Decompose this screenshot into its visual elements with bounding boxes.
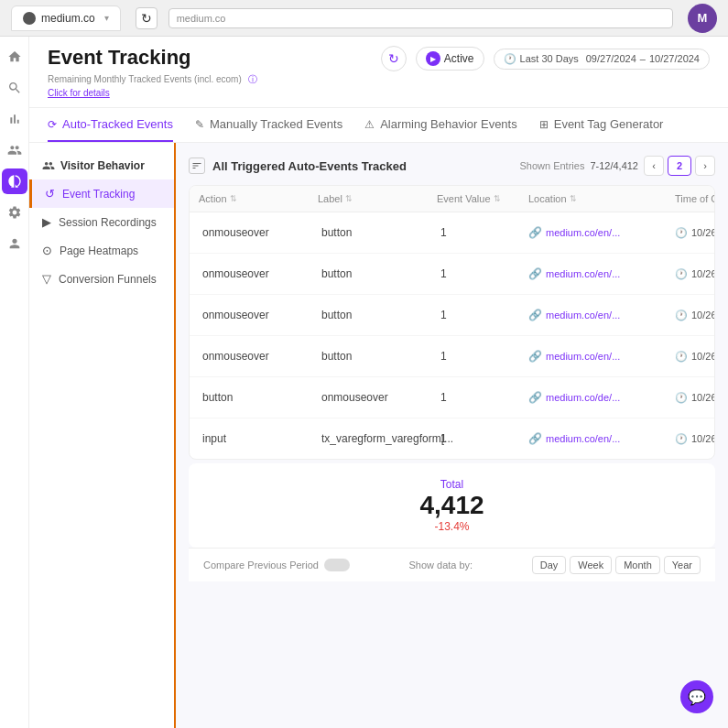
col-event-value: Event Value ⇅ [437,193,528,204]
tab-favicon-icon [23,12,36,25]
app-wrapper: Event Tracking Remaining Monthly Tracked… [0,37,728,728]
row1-location: 🔗 medium.co/en/... [528,226,675,239]
conversion-funnels-icon: ▽ [42,272,51,286]
date-to: 10/27/2024 [649,53,700,64]
sort-location-icon[interactable]: ⇅ [570,194,577,203]
tab-auto-tracked-label: Auto-Tracked Events [62,117,173,131]
panel-title-text: All Triggered Auto-Events Tracked [212,159,407,173]
location-link-icon-2: 🔗 [528,267,542,280]
clock-icon-1: 🕐 [675,227,688,239]
sidebar-home-icon[interactable] [2,44,27,70]
week-button[interactable]: Week [570,556,612,574]
tab-auto-tracked[interactable]: ⟳ Auto-Tracked Events [48,108,173,142]
prev-page-button[interactable]: ‹ [644,156,664,176]
sort-label-icon[interactable]: ⇅ [345,194,353,203]
row4-time: 🕐 10/26/2024, 7:28 PM [675,351,715,363]
manually-tracked-icon: ✎ [195,118,204,131]
location-link-icon-3: 🔗 [528,309,542,321]
row3-action: onmouseover [199,309,318,321]
show-data-label: Show data by: [408,560,473,570]
clock-icon-4: 🕐 [675,351,688,363]
pagination-controls: ‹ 2 › [644,156,715,176]
row1-time: 🕐 10/26/2024, 10:08 PM [675,227,715,239]
date-range-picker[interactable]: 🕐 Last 30 Days 09/27/2024 – 10/27/2024 [494,49,710,70]
tab-manually-tracked-label: Manually Tracked Events [210,117,342,131]
compare-bar: Compare Previous Period Show data by: Da… [189,548,715,581]
table-row: onmouseover button 1 🔗 medium.co/en/... … [190,295,714,336]
active-dot-icon: ▶ [426,51,440,66]
sidebar-search-icon[interactable] [2,75,27,101]
row4-location: 🔗 medium.co/en/... [528,350,675,363]
browser-bar: medium.co ▾ ↻ medium.co M [0,0,728,37]
refresh-button[interactable]: ↻ [381,46,407,71]
tab-manually-tracked[interactable]: ✎ Manually Tracked Events [195,108,342,142]
clock-icon-5: 🕐 [675,392,688,404]
sort-action-icon[interactable]: ⇅ [230,194,237,203]
browser-refresh-button[interactable]: ↻ [136,7,158,29]
sidebar-user-icon[interactable] [2,231,27,256]
alarming-icon: ⚠ [364,118,375,131]
row3-location-text: medium.co/en/... [546,310,620,321]
row1-time-text: 10/26/2024, 10:08 PM [691,227,715,238]
row1-location-text: medium.co/en/... [546,227,620,238]
next-page-button[interactable]: › [695,156,715,176]
row3-event-value: 1 [437,309,528,321]
active-badge[interactable]: ▶ Active [416,47,484,71]
date-separator: – [640,53,646,64]
main-content: Event Tracking Remaining Monthly Tracked… [29,37,728,728]
data-panel: All Triggered Auto-Events Tracked Shown … [176,143,728,728]
row5-action: button [199,391,318,404]
url-bar[interactable]: medium.co [168,8,673,28]
header-right: ↻ ▶ Active 🕐 Last 30 Days 09/27/2024 – 1… [381,46,710,71]
location-link-icon: 🔗 [528,226,542,239]
sort-event-icon[interactable]: ⇅ [494,194,501,203]
sidebar-item-conversion-funnels[interactable]: ▽ Conversion Funnels [29,265,174,293]
row3-label: button [318,309,437,321]
sidebar-chart-icon[interactable] [2,106,27,132]
row5-event-value: 1 [437,391,528,404]
table-header: Action ⇅ Label ⇅ Event Value ⇅ Locatio [190,186,714,212]
refresh-icon: ↻ [388,51,399,66]
tab-event-tag[interactable]: ⊞ Event Tag Generator [539,108,664,142]
row2-event-value: 1 [437,267,528,280]
user-avatar[interactable]: M [688,4,717,33]
tab-label: medium.co [41,12,95,25]
sidebar-people-icon[interactable] [2,137,27,163]
clock-icon-6: 🕐 [675,433,688,445]
col-action-label: Action [199,193,227,204]
header-subtitle-1: Remaining Monthly Tracked Events (incl. … [48,74,242,84]
browser-tab[interactable]: medium.co ▾ [11,5,121,31]
sidebar-events-icon[interactable] [2,168,27,194]
page-heatmaps-icon: ⊙ [42,244,52,257]
sidebar-item-funnels-label: Conversion Funnels [59,273,157,286]
row5-location: 🔗 medium.co/de/... [528,391,675,404]
sidebar-item-page-heatmaps[interactable]: ⊙ Page Heatmaps [29,236,174,265]
row5-location-text: medium.co/de/... [546,392,620,403]
tab-alarming-label: Alarming Behavior Events [380,117,517,131]
col-time-label: Time of Capture [675,193,715,204]
clock-icon-3: 🕐 [675,310,688,321]
sidebar-item-session-recordings[interactable]: ▶ Session Recordings [29,208,174,236]
table-row: onmouseover button 1 🔗 medium.co/en/... … [190,336,714,377]
url-text: medium.co [177,13,226,24]
tabs-bar: ⟳ Auto-Tracked Events ✎ Manually Tracked… [29,108,728,143]
session-recordings-icon: ▶ [42,215,51,229]
header-subtitle-2[interactable]: Click for details [48,88,257,98]
visitor-sidebar-title-text: Visitor Behavior [60,159,145,172]
tab-event-tag-label: Event Tag Generator [554,117,664,131]
location-link-icon-4: 🔗 [528,350,542,363]
row4-time-text: 10/26/2024, 7:28 PM [691,351,715,362]
row6-event-value: 1 [437,432,528,445]
year-button[interactable]: Year [664,556,701,574]
row1-action: onmouseover [199,226,318,239]
compare-toggle-switch[interactable] [324,559,350,571]
date-range-label: Last 30 Days [520,53,579,64]
sidebar-settings-icon[interactable] [2,200,27,225]
sidebar-item-event-tracking[interactable]: ↺ Event Tracking [29,179,174,208]
day-button[interactable]: Day [532,556,567,574]
month-button[interactable]: Month [615,556,660,574]
tab-alarming-behavior[interactable]: ⚠ Alarming Behavior Events [364,108,517,142]
body-area: Visitor Behavior ↺ Event Tracking ▶ Sess… [29,143,728,728]
chat-button[interactable]: 💬 [680,680,713,713]
table-row: input tx_varegform_varegform[... 1 🔗 med… [190,418,714,459]
